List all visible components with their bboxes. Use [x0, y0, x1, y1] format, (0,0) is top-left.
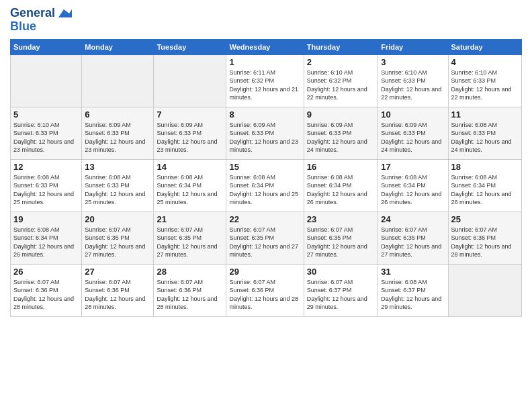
day-number: 12: [13, 162, 79, 172]
calendar-cell: 18Sunrise: 6:08 AMSunset: 6:34 PMDayligh…: [448, 159, 521, 212]
day-info: Sunrise: 6:07 AMSunset: 6:36 PMDaylight:…: [85, 278, 150, 312]
day-number: 17: [381, 162, 445, 172]
day-info: Sunrise: 6:10 AMSunset: 6:32 PMDaylight:…: [307, 68, 375, 102]
weekday-saturday: Saturday: [448, 39, 521, 54]
day-info: Sunrise: 6:07 AMSunset: 6:36 PMDaylight:…: [13, 278, 79, 312]
day-number: 13: [85, 162, 150, 172]
calendar-cell: [82, 54, 154, 107]
calendar-cell: 3Sunrise: 6:10 AMSunset: 6:33 PMDaylight…: [378, 54, 448, 107]
day-number: 31: [381, 267, 445, 277]
day-info: Sunrise: 6:10 AMSunset: 6:33 PMDaylight:…: [451, 68, 519, 102]
calendar-cell: 17Sunrise: 6:08 AMSunset: 6:34 PMDayligh…: [378, 159, 448, 212]
logo-text: General Blue: [10, 7, 72, 34]
calendar-cell: 19Sunrise: 6:08 AMSunset: 6:34 PMDayligh…: [11, 212, 82, 264]
day-number: 7: [157, 109, 223, 120]
svg-marker-0: [58, 9, 72, 17]
day-info: Sunrise: 6:10 AMSunset: 6:33 PMDaylight:…: [381, 68, 445, 102]
header: General Blue: [10, 7, 522, 34]
logo: General Blue: [10, 7, 72, 34]
day-info: Sunrise: 6:07 AMSunset: 6:37 PMDaylight:…: [307, 278, 375, 312]
day-number: 16: [307, 162, 375, 172]
day-info: Sunrise: 6:09 AMSunset: 6:33 PMDaylight:…: [85, 121, 150, 154]
day-info: Sunrise: 6:09 AMSunset: 6:33 PMDaylight:…: [229, 121, 300, 154]
calendar-week-1: 1Sunrise: 6:11 AMSunset: 6:32 PMDaylight…: [11, 54, 522, 107]
calendar-cell: [11, 54, 82, 107]
day-info: Sunrise: 6:08 AMSunset: 6:33 PMDaylight:…: [451, 121, 519, 154]
day-number: 5: [13, 109, 79, 120]
day-number: 14: [157, 162, 223, 172]
calendar-cell: 4Sunrise: 6:10 AMSunset: 6:33 PMDaylight…: [448, 54, 521, 107]
calendar-cell: 2Sunrise: 6:10 AMSunset: 6:32 PMDaylight…: [304, 54, 378, 107]
calendar-cell: 30Sunrise: 6:07 AMSunset: 6:37 PMDayligh…: [304, 264, 378, 316]
day-info: Sunrise: 6:08 AMSunset: 6:34 PMDaylight:…: [229, 173, 300, 207]
calendar-cell: 31Sunrise: 6:08 AMSunset: 6:37 PMDayligh…: [378, 264, 448, 316]
day-number: 2: [307, 57, 375, 67]
calendar-cell: 7Sunrise: 6:09 AMSunset: 6:33 PMDaylight…: [154, 107, 226, 159]
calendar-week-2: 5Sunrise: 6:10 AMSunset: 6:33 PMDaylight…: [11, 107, 522, 159]
day-info: Sunrise: 6:08 AMSunset: 6:34 PMDaylight:…: [157, 173, 223, 207]
day-number: 9: [307, 109, 375, 120]
day-info: Sunrise: 6:07 AMSunset: 6:35 PMDaylight:…: [85, 226, 150, 259]
calendar-container: General Blue SundayMondayTuesdayWednesda…: [0, 0, 532, 324]
day-number: 26: [13, 267, 79, 277]
day-number: 24: [381, 214, 445, 224]
day-number: 15: [229, 162, 300, 172]
day-number: 22: [229, 214, 300, 224]
day-info: Sunrise: 6:07 AMSunset: 6:36 PMDaylight:…: [157, 278, 223, 312]
day-info: Sunrise: 6:08 AMSunset: 6:33 PMDaylight:…: [13, 173, 79, 207]
day-number: 30: [307, 267, 375, 277]
day-number: 29: [229, 267, 300, 277]
calendar-cell: 6Sunrise: 6:09 AMSunset: 6:33 PMDaylight…: [82, 107, 154, 159]
calendar-cell: [448, 264, 521, 316]
day-number: 10: [381, 109, 445, 120]
calendar-cell: 14Sunrise: 6:08 AMSunset: 6:34 PMDayligh…: [154, 159, 226, 212]
day-number: 4: [451, 57, 519, 67]
day-info: Sunrise: 6:08 AMSunset: 6:34 PMDaylight:…: [381, 173, 445, 207]
weekday-header-row: SundayMondayTuesdayWednesdayThursdayFrid…: [11, 39, 522, 54]
calendar-cell: 23Sunrise: 6:07 AMSunset: 6:35 PMDayligh…: [304, 212, 378, 264]
calendar-table: SundayMondayTuesdayWednesdayThursdayFrid…: [10, 39, 522, 317]
day-info: Sunrise: 6:07 AMSunset: 6:36 PMDaylight:…: [229, 278, 300, 312]
day-info: Sunrise: 6:07 AMSunset: 6:35 PMDaylight:…: [307, 226, 375, 259]
day-number: 23: [307, 214, 375, 224]
day-number: 8: [229, 109, 300, 120]
weekday-tuesday: Tuesday: [154, 39, 226, 54]
day-info: Sunrise: 6:10 AMSunset: 6:33 PMDaylight:…: [13, 121, 79, 154]
calendar-cell: 5Sunrise: 6:10 AMSunset: 6:33 PMDaylight…: [11, 107, 82, 159]
day-number: 25: [451, 214, 519, 224]
calendar-cell: 8Sunrise: 6:09 AMSunset: 6:33 PMDaylight…: [226, 107, 304, 159]
calendar-cell: 24Sunrise: 6:07 AMSunset: 6:35 PMDayligh…: [378, 212, 448, 264]
day-info: Sunrise: 6:09 AMSunset: 6:33 PMDaylight:…: [307, 121, 375, 154]
calendar-cell: 25Sunrise: 6:07 AMSunset: 6:36 PMDayligh…: [448, 212, 521, 264]
weekday-wednesday: Wednesday: [226, 39, 304, 54]
calendar-cell: 26Sunrise: 6:07 AMSunset: 6:36 PMDayligh…: [11, 264, 82, 316]
weekday-monday: Monday: [82, 39, 154, 54]
day-number: 27: [85, 267, 150, 277]
day-info: Sunrise: 6:09 AMSunset: 6:33 PMDaylight:…: [157, 121, 223, 154]
calendar-cell: 22Sunrise: 6:07 AMSunset: 6:35 PMDayligh…: [226, 212, 304, 264]
weekday-sunday: Sunday: [11, 39, 82, 54]
day-number: 18: [451, 162, 519, 172]
calendar-cell: 9Sunrise: 6:09 AMSunset: 6:33 PMDaylight…: [304, 107, 378, 159]
day-info: Sunrise: 6:08 AMSunset: 6:34 PMDaylight:…: [451, 173, 519, 207]
day-number: 3: [381, 57, 445, 67]
day-number: 21: [157, 214, 223, 224]
day-number: 11: [451, 109, 519, 120]
calendar-week-5: 26Sunrise: 6:07 AMSunset: 6:36 PMDayligh…: [11, 264, 522, 316]
day-info: Sunrise: 6:07 AMSunset: 6:35 PMDaylight:…: [381, 226, 445, 259]
day-info: Sunrise: 6:08 AMSunset: 6:33 PMDaylight:…: [85, 173, 150, 207]
calendar-cell: 21Sunrise: 6:07 AMSunset: 6:35 PMDayligh…: [154, 212, 226, 264]
day-info: Sunrise: 6:08 AMSunset: 6:34 PMDaylight:…: [13, 226, 79, 259]
calendar-cell: 10Sunrise: 6:09 AMSunset: 6:33 PMDayligh…: [378, 107, 448, 159]
calendar-cell: 12Sunrise: 6:08 AMSunset: 6:33 PMDayligh…: [11, 159, 82, 212]
day-info: Sunrise: 6:09 AMSunset: 6:33 PMDaylight:…: [381, 121, 445, 154]
calendar-week-4: 19Sunrise: 6:08 AMSunset: 6:34 PMDayligh…: [11, 212, 522, 264]
calendar-cell: 16Sunrise: 6:08 AMSunset: 6:34 PMDayligh…: [304, 159, 378, 212]
calendar-cell: 13Sunrise: 6:08 AMSunset: 6:33 PMDayligh…: [82, 159, 154, 212]
calendar-cell: 11Sunrise: 6:08 AMSunset: 6:33 PMDayligh…: [448, 107, 521, 159]
day-number: 20: [85, 214, 150, 224]
day-info: Sunrise: 6:07 AMSunset: 6:36 PMDaylight:…: [451, 226, 519, 259]
day-number: 28: [157, 267, 223, 277]
day-info: Sunrise: 6:08 AMSunset: 6:37 PMDaylight:…: [381, 278, 445, 312]
day-info: Sunrise: 6:07 AMSunset: 6:35 PMDaylight:…: [229, 226, 300, 259]
